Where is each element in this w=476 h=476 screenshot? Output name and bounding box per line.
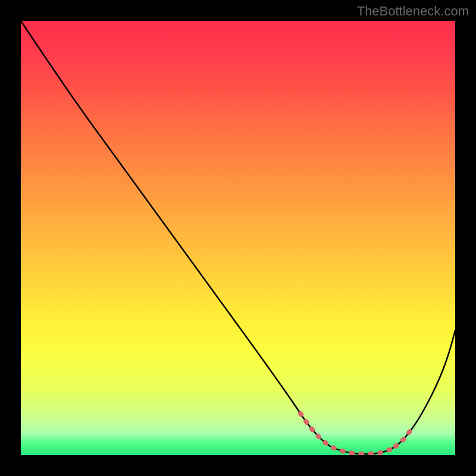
chart-plot-area bbox=[21, 21, 455, 455]
chart-svg bbox=[21, 21, 455, 455]
bottleneck-curve-line bbox=[21, 21, 455, 454]
optimal-range-marker-left bbox=[300, 414, 396, 454]
watermark-text: TheBottleneck.com bbox=[357, 4, 469, 19]
optimal-range-marker-right bbox=[396, 430, 411, 446]
